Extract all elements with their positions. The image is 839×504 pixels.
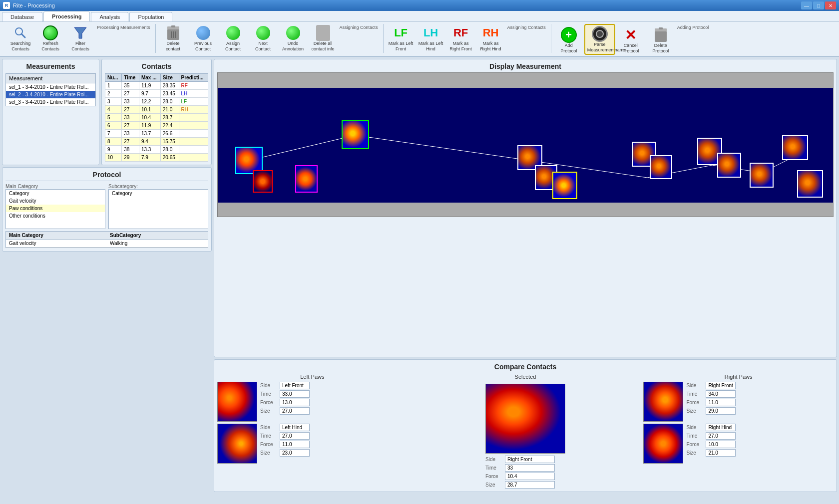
parse-measurementname-button[interactable]: Parse Measurementname: [584, 24, 615, 55]
contact-yellow[interactable]: [552, 172, 577, 199]
delete-protocol-button[interactable]: Delete Protocol: [646, 26, 675, 55]
protocol-assigned-row-1[interactable]: Gait velocity Walking: [6, 240, 208, 248]
delete-contact-button[interactable]: Delete contact: [159, 24, 188, 53]
searching-contacts-button[interactable]: Searching Contacts: [6, 24, 35, 53]
display-title: Display Measurement: [217, 62, 834, 70]
close-button[interactable]: ✕: [825, 1, 836, 9]
measurement-item-3[interactable]: sel_3 - 3-4-2010 - Entire Plate Rol...: [6, 98, 95, 106]
left-front-paw: Side Left Front Time 33.0 Force 13.0: [217, 382, 408, 422]
contact-white-6[interactable]: [717, 153, 741, 178]
contact-row-8[interactable]: 8279.415.75: [105, 137, 208, 145]
contact-row-9[interactable]: 93813.328.0: [105, 145, 208, 153]
tab-processing[interactable]: Processing: [43, 11, 90, 21]
left-hind-time-row: Time 27.0: [260, 432, 310, 440]
svg-line-12: [250, 135, 355, 160]
contact-row-6[interactable]: 62711.922.4: [105, 121, 208, 129]
assign-contact-label: Assign Contact: [221, 41, 246, 52]
refresh-icon: [42, 25, 58, 41]
toolbar-group-processing: Searching Contacts Refresh Contacts Filt…: [3, 24, 156, 53]
toolbar-group-mark: LF Mark as Left Front LH Mark as Left Hi…: [384, 24, 551, 53]
contact-row-1[interactable]: 13511.928.35RF: [105, 81, 208, 89]
main-category-section: Main Category Category Gait velocity Paw…: [5, 183, 105, 229]
tab-database[interactable]: Database: [2, 12, 42, 21]
right-front-size-value: 29.0: [706, 407, 736, 415]
contact-green[interactable]: [342, 120, 369, 149]
lf-icon: LF: [393, 25, 409, 41]
title-bar: R Rite - Processing — □ ✕: [0, 0, 839, 11]
left-front-info: Side Left Front Time 33.0 Force 13.0: [260, 382, 310, 415]
contact-row-3[interactable]: 33312.228.0LF: [105, 97, 208, 105]
category-item-paw[interactable]: Paw conditions: [6, 205, 105, 212]
contact-row-4[interactable]: 42710.121.0RH: [105, 105, 208, 113]
measurements-list: Measurement sel_1 - 3-4-2010 - Entire Pl…: [5, 73, 96, 106]
cancel-protocol-button[interactable]: ✕ Cancel Protocol: [616, 26, 645, 55]
assign-contact-button[interactable]: Assign Contact: [219, 24, 248, 53]
col-time: Time: [122, 73, 139, 81]
next-contact-button[interactable]: Next Contact: [249, 24, 278, 53]
undo-annotation-button[interactable]: Undo Annotation: [279, 24, 308, 53]
left-paws-title: Left Paws: [217, 374, 408, 380]
right-panel: Display Measurement: [214, 59, 837, 492]
contact-white-7[interactable]: [750, 163, 774, 188]
selected-side-row: Side Right Front: [485, 456, 565, 463]
main-category-list[interactable]: Category Gait velocity Paw conditions Ot…: [5, 189, 105, 229]
group-assigning1-label: Assigning Contacts: [338, 25, 380, 30]
maximize-button[interactable]: □: [813, 1, 824, 9]
right-hind-force-row: Force 10.0: [686, 441, 736, 448]
assigned-sub-header: SubCategory: [107, 232, 208, 239]
contact-row-5[interactable]: 53310.428.7: [105, 113, 208, 121]
contact-red[interactable]: [253, 170, 273, 193]
category-item-other[interactable]: Other conditions: [6, 212, 105, 220]
category-item-gait[interactable]: Gait velocity: [6, 197, 105, 205]
right-hind-side-value: Right Hind: [706, 424, 736, 431]
tab-analysis[interactable]: Analysis: [91, 12, 128, 21]
left-front-img: [217, 382, 257, 422]
delete-all-label: Delete all contact info: [311, 41, 336, 52]
selected-force-value: 10.4: [505, 473, 555, 480]
mark-rf-label: Mark as Right Front: [448, 41, 473, 52]
subcategory-list[interactable]: Category: [108, 189, 208, 229]
contact-row-10[interactable]: 10297.920.65: [105, 153, 208, 161]
measurement-item-2[interactable]: sel_2 - 3-4-2010 - Entire Plate Rol...: [6, 91, 95, 98]
selected-side-value: Right Front: [505, 456, 555, 463]
delete-all-button[interactable]: Delete all contact info: [309, 24, 338, 53]
right-hind-time-value: 27.0: [706, 432, 736, 440]
mark-lf-button[interactable]: LF Mark as Left Front: [387, 24, 416, 53]
add-protocol-label: Add Protocol: [556, 43, 581, 54]
selected-size-value: 28.7: [505, 481, 555, 489]
refresh-contacts-button[interactable]: Refresh Contacts: [36, 24, 65, 53]
mark-lh-button[interactable]: LH Mark as Left Hind: [417, 24, 445, 53]
contact-white-8[interactable]: [782, 135, 808, 160]
selected-time-value: 33: [505, 464, 555, 472]
contact-row-7[interactable]: 73313.726.6: [105, 129, 208, 137]
minimize-button[interactable]: —: [801, 1, 812, 9]
parse-measurementname-label: Parse Measurementname: [587, 42, 612, 53]
selected-time-label: Time: [485, 465, 503, 471]
mark-rf-button[interactable]: RF Mark as Right Front: [446, 24, 475, 53]
right-front-paw: Side Right Front Time 34.0 Force 11.0: [643, 382, 834, 422]
main-content: Measurements Measurement sel_1 - 3-4-201…: [0, 57, 839, 494]
group-mark-label: Assigning Contacts: [505, 25, 548, 30]
category-item-category[interactable]: Category: [6, 190, 105, 197]
contact-row-2[interactable]: 2279.723.45LH: [105, 89, 208, 97]
contact-magenta[interactable]: [295, 165, 318, 193]
contact-white-4[interactable]: [650, 155, 672, 179]
tab-population[interactable]: Population: [129, 12, 172, 21]
selected-force-row: Force 10.4: [485, 473, 565, 480]
contact-white-9[interactable]: [797, 170, 823, 198]
menu-bar: Database Processing Analysis Population: [0, 11, 839, 22]
mark-rh-button[interactable]: RH Mark as Right Hind: [476, 24, 505, 53]
undo-annotation-icon: [285, 25, 301, 41]
left-front-side-label: Side: [260, 383, 278, 388]
display-main-area: [218, 88, 833, 203]
subcategory-item-category[interactable]: Category: [109, 190, 208, 197]
protocol-cats: Main Category Category Gait velocity Paw…: [5, 183, 208, 229]
filter-contacts-button[interactable]: Filter Contacts: [66, 24, 95, 53]
left-paws-section: Left Paws Side Left Front: [217, 374, 408, 464]
measurement-item-1[interactable]: sel_1 - 3-4-2010 - Entire Plate Rol...: [6, 83, 95, 91]
left-hind-force-value: 11.0: [280, 441, 310, 448]
add-protocol-button[interactable]: + Add Protocol: [554, 26, 583, 55]
assigned-sub-1: Walking: [107, 240, 208, 247]
previous-contact-button[interactable]: Previous Contact: [189, 24, 218, 53]
mark-rh-label: Mark as Right Hind: [478, 41, 503, 52]
